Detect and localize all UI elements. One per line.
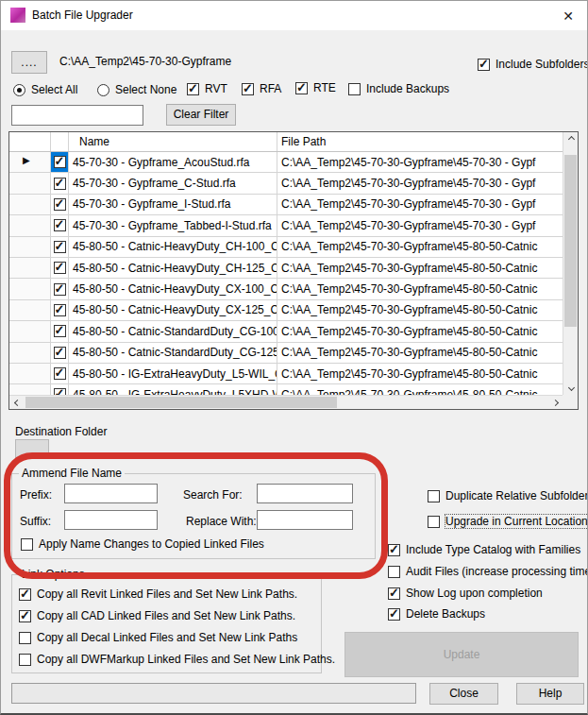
row-header-cell[interactable]	[9, 173, 51, 193]
file-name-cell[interactable]: 45-80-50 - Catnic-HeavyDuty_CH-125_Cavit…	[69, 258, 277, 278]
replace-with-input[interactable]	[257, 510, 353, 530]
file-path-cell[interactable]: C:\AA_Temp2\45-70-30-Gypframe\45-80-50-C…	[277, 364, 563, 383]
delete-backups-checkbox[interactable]	[388, 608, 400, 621]
horizontal-scrollbar[interactable]	[9, 395, 563, 409]
file-name-cell[interactable]: 45-70-30 - Gypframe_I-Stud.rfa	[69, 195, 277, 214]
table-row[interactable]: 45-80-50 - Catnic-HeavyDuty_CX-100_Cavit…	[9, 279, 563, 299]
table-row[interactable]: 45-70-30 - Gypframe_I-Stud.rfaC:\AA_Temp…	[9, 195, 563, 215]
row-header-cell[interactable]	[9, 195, 51, 214]
select-all-option[interactable]: Select All	[13, 83, 77, 96]
upgrade-current-location-checkbox[interactable]	[428, 516, 440, 528]
copy-dwfmarkup-links-option[interactable]: Copy all DWFMarkup Linked Files and Set …	[19, 653, 335, 666]
close-icon[interactable]: ✕	[559, 7, 578, 26]
row-checkbox[interactable]	[54, 178, 66, 190]
row-header-cell[interactable]	[9, 237, 51, 257]
table-row[interactable]: 45-70-30 - Gypframe_Tabbed-I-Stud.rfaC:\…	[9, 215, 563, 236]
apply-name-changes-option[interactable]: Apply Name Changes to Copied Linked File…	[21, 537, 264, 551]
row-header-cell[interactable]	[9, 258, 51, 278]
help-button[interactable]: Help	[516, 683, 584, 705]
table-row[interactable]: 45-80-50 - IG-ExtraHeavyDuty_L5-WIL_Cavi…	[9, 364, 563, 384]
file-name-cell[interactable]: 45-80-50 - IG-ExtraHeavyDuty_L5-WIL_Cavi…	[69, 364, 277, 383]
row-checkbox[interactable]	[54, 262, 66, 274]
row-checkbox-cell[interactable]	[51, 364, 69, 383]
row-checkbox-cell[interactable]	[51, 384, 69, 395]
table-row[interactable]: ▶45-70-30 - Gypframe_AcouStud.rfaC:\AA_T…	[9, 152, 563, 173]
file-name-cell[interactable]: 45-80-50 - Catnic-HeavyDuty_CX-100_Cavit…	[69, 279, 277, 298]
file-path-cell[interactable]: C:\AA_Temp2\45-70-30-Gypframe\45-80-50-C…	[277, 279, 563, 298]
row-header-cell[interactable]	[9, 343, 51, 363]
copy-cad-links-checkbox[interactable]	[19, 610, 31, 622]
row-checkbox[interactable]	[54, 283, 66, 296]
rte-checkbox[interactable]	[295, 82, 308, 94]
include-backups-option[interactable]: Include Backups	[348, 82, 449, 95]
select-none-radio[interactable]	[97, 84, 109, 96]
copy-revit-links-option[interactable]: Copy all Revit Linked Files and Set New …	[19, 587, 297, 601]
rfa-option[interactable]: RFA	[242, 82, 281, 95]
file-name-cell[interactable]: 45-80-50 - IG-ExtraHeavyDuty_L5XHD-WIL_C…	[69, 384, 277, 395]
rvt-checkbox[interactable]	[187, 83, 199, 95]
file-name-cell[interactable]: 45-80-50 - Catnic-HeavyDuty_CX-125_Cavit…	[69, 300, 277, 320]
file-name-cell[interactable]: 45-70-30 - Gypframe_C-Stud.rfa	[69, 173, 277, 193]
include-subfolders-option[interactable]: Include Subfolders	[478, 58, 588, 71]
row-checkbox[interactable]	[54, 304, 66, 316]
audit-files-option[interactable]: Audit Files (increase processing time)	[388, 565, 588, 578]
file-path-cell[interactable]: C:\AA_Temp2\45-70-30-Gypframe\45-70-30 -…	[277, 215, 563, 235]
row-checkbox-cell[interactable]	[51, 173, 69, 193]
row-checkbox-cell[interactable]	[51, 195, 69, 214]
vertical-scroll-thumb[interactable]	[564, 155, 577, 327]
update-button[interactable]: Update	[344, 632, 579, 677]
row-header-cell[interactable]: ▶	[9, 152, 51, 172]
table-row[interactable]: 45-80-50 - IG-ExtraHeavyDuty_L5XHD-WIL_C…	[9, 384, 563, 395]
audit-files-checkbox[interactable]	[388, 566, 400, 578]
row-checkbox-cell[interactable]	[51, 215, 69, 235]
file-name-cell[interactable]: 45-80-50 - Catnic-StandardDuty_CG-125_Ca…	[69, 343, 277, 363]
row-header-cell[interactable]	[9, 364, 51, 383]
file-name-cell[interactable]: 45-70-30 - Gypframe_AcouStud.rfa	[69, 152, 277, 172]
rte-option[interactable]: RTE	[295, 81, 336, 94]
file-path-cell[interactable]: C:\AA_Temp2\45-70-30-Gypframe\45-70-30 -…	[277, 195, 563, 214]
duplicate-subfolders-option[interactable]: Duplicate Relative Subfolders	[428, 489, 588, 502]
row-header-cell[interactable]	[9, 384, 51, 395]
row-checkbox-cell[interactable]	[51, 343, 69, 363]
scroll-right-icon[interactable]	[547, 396, 563, 410]
row-checkbox[interactable]	[54, 241, 66, 253]
grid-header-name[interactable]: Name	[69, 132, 277, 151]
apply-name-changes-checkbox[interactable]	[21, 538, 33, 551]
scroll-down-icon[interactable]	[563, 381, 579, 395]
row-checkbox-cell[interactable]	[51, 300, 69, 320]
select-none-option[interactable]: Select None	[97, 83, 176, 96]
row-checkbox[interactable]	[54, 219, 66, 231]
copy-decal-links-checkbox[interactable]	[19, 632, 31, 644]
upgrade-current-location-option[interactable]: Upgrade in Current Location	[428, 515, 588, 528]
table-row[interactable]: 45-80-50 - Catnic-HeavyDuty_CH-100_Cavit…	[9, 237, 563, 258]
include-backups-checkbox[interactable]	[348, 83, 361, 95]
file-name-cell[interactable]: 45-80-50 - Catnic-HeavyDuty_CH-100_Cavit…	[69, 237, 277, 257]
row-checkbox[interactable]	[54, 347, 66, 359]
file-path-cell[interactable]: C:\AA_Temp2\45-70-30-Gypframe\45-70-30 -…	[277, 173, 563, 193]
row-checkbox-cell[interactable]	[51, 321, 69, 341]
browse-source-button[interactable]: ....	[11, 51, 47, 74]
search-for-input[interactable]	[257, 484, 353, 503]
prefix-input[interactable]	[64, 484, 158, 503]
copy-dwfmarkup-links-checkbox[interactable]	[19, 654, 31, 666]
copy-revit-links-checkbox[interactable]	[19, 588, 31, 601]
suffix-input[interactable]	[64, 510, 158, 530]
file-path-cell[interactable]: C:\AA_Temp2\45-70-30-Gypframe\45-80-50-C…	[277, 343, 563, 363]
row-checkbox[interactable]	[54, 367, 66, 380]
rfa-checkbox[interactable]	[242, 83, 254, 95]
table-row[interactable]: 45-80-50 - Catnic-StandardDuty_CG-100_Ca…	[9, 321, 563, 342]
include-subfolders-checkbox[interactable]	[478, 59, 490, 71]
file-path-cell[interactable]: C:\AA_Temp2\45-70-30-Gypframe\45-80-50-C…	[277, 384, 563, 395]
rvt-option[interactable]: RVT	[187, 82, 227, 95]
row-checkbox-cell[interactable]	[51, 237, 69, 257]
file-path-cell[interactable]: C:\AA_Temp2\45-70-30-Gypframe\45-80-50-C…	[277, 321, 563, 341]
file-path-cell[interactable]: C:\AA_Temp2\45-70-30-Gypframe\45-80-50-C…	[277, 237, 563, 257]
file-path-cell[interactable]: C:\AA_Temp2\45-70-30-Gypframe\45-80-50-C…	[277, 300, 563, 320]
row-header-cell[interactable]	[9, 300, 51, 320]
row-checkbox[interactable]	[54, 156, 66, 168]
grid-header-path[interactable]: File Path	[277, 132, 563, 151]
row-header-cell[interactable]	[9, 321, 51, 341]
table-row[interactable]: 45-80-50 - Catnic-HeavyDuty_CH-125_Cavit…	[9, 258, 563, 279]
table-row[interactable]: 45-70-30 - Gypframe_C-Stud.rfaC:\AA_Temp…	[9, 173, 563, 194]
row-header-cell[interactable]	[9, 279, 51, 298]
